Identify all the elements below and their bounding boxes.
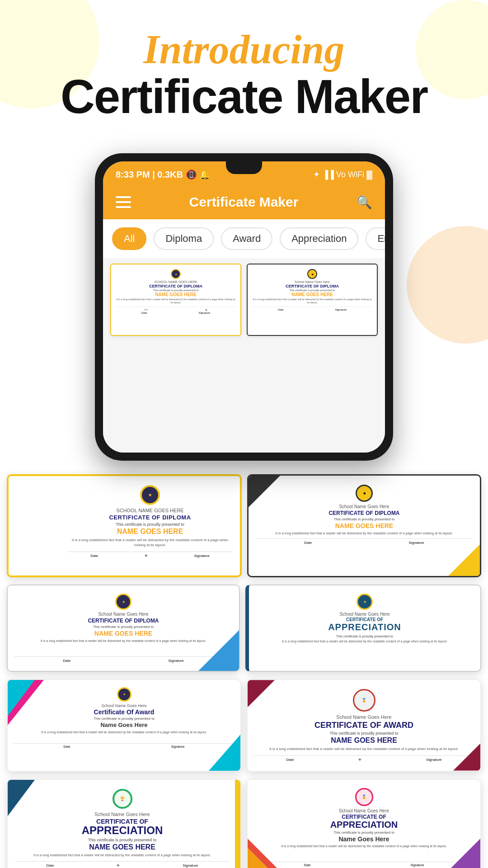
status-right-icons: ✦ ▐▐ Vo WiFi ▓ [313,170,372,179]
purple-bottom-shape [444,839,480,868]
cert-corner-br [448,544,480,576]
app-bar-title: Certificate Maker [189,194,299,210]
teal-shape [8,680,35,716]
filter-tabs-container: All Diploma Award Appreciation Employ of… [103,219,385,258]
cert-presented-2: This certificate is proudly presented to [256,517,473,521]
cert-school-3: School Name Goes Here [14,612,233,617]
tab-award[interactable]: Award [221,227,272,250]
status-time: 8:33 PM | 0.3KB 📵 🔔 [116,169,211,180]
cert-row-3: ★ School Name Goes Here Certificate Of A… [7,679,481,771]
cert-card-award-maroon[interactable]: 🏅 School Name Goes Here CERTIFICATE OF A… [247,679,481,771]
cert-seal-8: 🏅 [355,788,373,806]
cert-seal-7: 🏆 [113,789,132,809]
cert-title-3: CERTIFICATE OF DIPLOMA [14,618,233,624]
cert-card-appreciation-blue-corner[interactable]: 🏆 School Name Goes Here CERTIFICATE OF A… [7,779,241,868]
cert-footer-2: Date Signature [256,538,473,545]
cert-card-diploma-gold[interactable]: ★ SCHOOL NAME GOES HERE CERTIFICATE OF D… [7,474,242,577]
header-section: Introducing Certificate Maker [0,0,488,135]
cert-title-2: CERTIFICATE OF DIPLOMA [256,510,473,516]
introducing-text: Introducing [18,27,470,72]
app-bar: Certificate Maker 🔍 [103,185,385,219]
phone-mini-cert-1[interactable]: ★ SCHOOL NAME GOES HERE CERTIFICATE OF D… [110,264,241,336]
cert-seal-3: ★ [115,594,131,610]
cert-name-1: NAME GOES HERE [67,528,233,536]
cert-date-1: Date [90,554,98,558]
tab-appreciation[interactable]: Appreciation [280,227,358,250]
yellow-right-bar [235,780,240,868]
page-wrapper: Introducing Certificate Maker 8:33 PM | … [0,0,488,868]
cert-card-appreciation-orange[interactable]: 🏅 School Name Goes Here CERTIFICATE OF A… [247,779,481,868]
hamburger-menu-icon[interactable] [116,196,131,208]
cert-row-2: ★ School Name Goes Here CERTIFICATE OF D… [7,585,481,672]
phone-cert-grid: ★ SCHOOL NAME GOES HERE CERTIFICATE OF D… [103,258,385,453]
cert-name-2: NAME GOES HERE [256,522,473,529]
cert-title-1: CERTIFICATE OF DIPLOMA [67,514,233,521]
cert-card-appreciation-blue[interactable]: ★ School Name Goes Here CERTIFICATE OF A… [245,585,481,672]
phone-notch [226,161,262,174]
cert-row-4: 🏆 School Name Goes Here CERTIFICATE OF A… [7,779,481,868]
blue-corner-shape [8,780,35,816]
cert-seal-5: ★ [117,687,131,702]
hamburger-line-1 [116,196,131,198]
cert-seal-4: ★ [357,594,373,610]
cert-presented-1: This certificate is proudly presented to [67,522,233,527]
tab-diploma[interactable]: Diploma [154,227,214,250]
cert-card-diploma-tri[interactable]: ★ School Name Goes Here CERTIFICATE OF D… [7,585,240,672]
hamburger-line-2 [116,201,131,203]
display-section: ★ SCHOOL NAME GOES HERE CERTIFICATE OF D… [0,474,488,868]
teal-shape-2 [209,735,240,771]
cert-row-1: ★ SCHOOL NAME GOES HERE CERTIFICATE OF D… [7,474,481,577]
cert-blue-tri [198,630,239,671]
cert-body-2: It is a long established fact that a rea… [256,531,473,536]
phone-container: 8:33 PM | 0.3KB 📵 🔔 ✦ ▐▐ Vo WiFi ▓ [0,153,488,461]
tab-all[interactable]: All [112,227,146,250]
cert-seal-1: ★ [140,485,160,505]
phone-mini-cert-2[interactable]: ★ School Name Goes Here CERTIFICATE OF D… [247,264,378,336]
cert-card-diploma-dark[interactable]: ★ School Name Goes Here CERTIFICATE OF D… [247,474,481,577]
orange-bottom-shape [248,848,275,868]
cert-footer-1: Date ✛ Signature [67,552,233,558]
hamburger-line-3 [116,206,131,208]
cert-seal-2: ★ [356,485,373,502]
cert-school-1: SCHOOL NAME GOES HERE [67,508,233,513]
cert-seal-6: 🏅 [353,689,375,712]
cert-corner-tl [249,476,280,507]
cert-sig-1: Signature [194,554,209,558]
phone-mockup: 8:33 PM | 0.3KB 📵 🔔 ✦ ▐▐ Vo WiFi ▓ [95,153,393,461]
search-icon[interactable]: 🔍 [357,195,372,210]
cert-sig-2: Signature [409,541,424,545]
app-title: Certificate Maker [18,72,470,122]
tab-employ[interactable]: Employ of the [366,227,385,250]
phone-screen: 8:33 PM | 0.3KB 📵 🔔 ✦ ▐▐ Vo WiFi ▓ [103,161,385,453]
cert-school-2: School Name Goes Here [256,504,473,509]
cert-body-1: It is a long established fact that a rea… [67,538,233,547]
cert-date-2: Date [304,541,312,545]
cert-card-colorful-award[interactable]: ★ School Name Goes Here Certificate Of A… [7,679,241,771]
